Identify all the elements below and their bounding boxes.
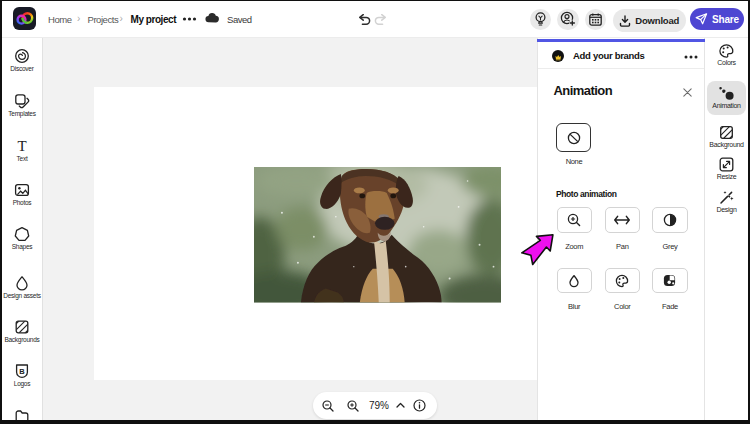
svg-text:T: T — [17, 138, 26, 154]
svg-text:B: B — [19, 367, 25, 376]
